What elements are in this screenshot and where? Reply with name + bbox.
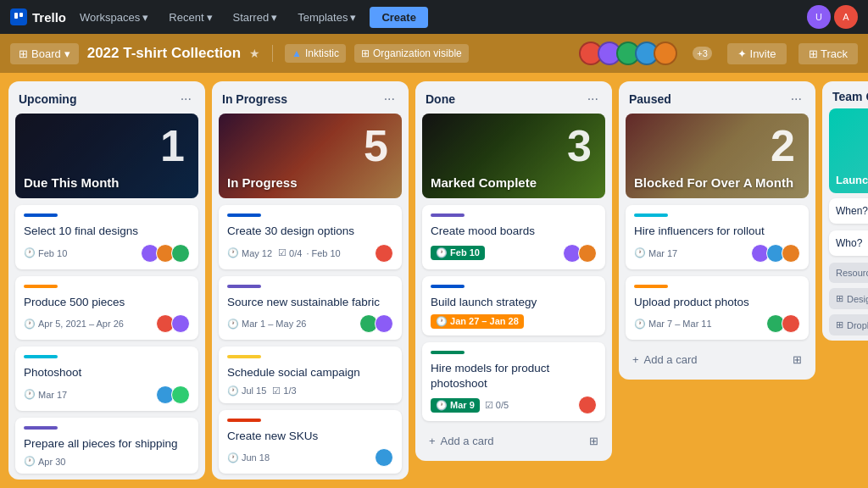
task-title: Source new sustainable fabric: [227, 295, 393, 310]
column-team-goal: Team Go... Launch When? J... Who? Resour…: [822, 81, 868, 341]
workspaces-button[interactable]: Workspaces ▾: [73, 8, 155, 27]
member-avatars: [584, 42, 677, 65]
task-avatars: [156, 385, 190, 404]
banner-card-upcoming[interactable]: 1 Due This Month: [15, 114, 198, 198]
task-date: 🕐 Mar 7 – Mar 11: [634, 319, 712, 330]
task-meta: 🕐 May 12 ☑ 0/4 · Feb 10: [227, 244, 393, 263]
column-paused: Paused ··· 2 Blocked For Over A Month Hi…: [619, 81, 815, 380]
task-meta: 🕐 Apr 5, 2021 – Apr 26: [24, 314, 190, 333]
card-template-icon[interactable]: ⊞: [589, 435, 598, 447]
task-avatars: [141, 244, 190, 263]
create-button[interactable]: Create: [370, 7, 427, 28]
task-avatars: [578, 396, 597, 414]
column-done: Done ··· 3 Marked Complete Create mood b…: [415, 81, 612, 461]
recent-button[interactable]: Recent ▾: [162, 8, 219, 27]
star-icon[interactable]: ★: [249, 47, 260, 60]
more-members-badge[interactable]: +3: [693, 47, 712, 60]
trello-logo[interactable]: Trello: [10, 8, 66, 25]
banner-card-inprogress[interactable]: 5 In Progress: [219, 114, 402, 198]
task-title: Photoshoot: [24, 365, 190, 380]
task-card[interactable]: Create mood boards 🕐 Feb 10: [422, 205, 605, 269]
date-badge: 🕐 Jan 27 – Jan 28: [431, 314, 524, 329]
clock-icon: 🕐: [24, 456, 36, 467]
task-card[interactable]: Source new sustainable fabric 🕐 Mar 1 – …: [219, 276, 402, 341]
avatar: U: [807, 5, 831, 29]
task-card[interactable]: When? J...: [829, 198, 868, 224]
dropbox-icon: ⊞: [836, 293, 843, 304]
task-date: 🕐 Feb 10: [24, 247, 67, 258]
plus-icon: +: [632, 353, 639, 366]
task-card[interactable]: Create new SKUs 🕐 Jun 18: [219, 410, 402, 474]
color-bar: [24, 426, 58, 430]
card-template-icon[interactable]: ⊞: [793, 353, 802, 366]
templates-button[interactable]: Templates ▾: [291, 8, 363, 27]
top-navigation: Trello Workspaces ▾ Recent ▾ Starred ▾ T…: [0, 0, 868, 34]
task-card[interactable]: Photoshoot 🕐 Mar 17: [15, 347, 198, 411]
color-bar: [431, 214, 465, 217]
task-title: Create 30 design options: [227, 224, 393, 239]
task-title: Select 10 final designs: [24, 224, 190, 239]
task-card[interactable]: Hire models for product photoshoot 🕐 Mar…: [422, 342, 605, 421]
starred-button[interactable]: Starred ▾: [226, 8, 285, 27]
integration-badge-2[interactable]: ⊞ Organization visible: [354, 44, 469, 63]
column-title: Paused: [629, 92, 671, 106]
task-card[interactable]: Select 10 final designs 🕐 Feb 10 ✎: [15, 205, 198, 269]
banner-label: Marked Complete: [431, 175, 537, 190]
task-avatar: [375, 314, 393, 333]
board-view-button[interactable]: ⊞ Board ▾: [10, 43, 79, 64]
task-avatar: [578, 244, 597, 263]
column-title: In Progress: [222, 92, 287, 106]
integration-badge-1[interactable]: ▲ Inktistic: [285, 44, 346, 63]
clock-icon: 🕐: [227, 319, 239, 330]
clock-icon: 🕐: [24, 319, 36, 330]
inktistic-icon: ▲: [292, 47, 302, 59]
add-card-button[interactable]: +Add a card ⊞: [419, 428, 609, 454]
checklist-count: ☑ 0/5: [485, 400, 509, 411]
dropbox-link[interactable]: ⊞ Dropbo...: [829, 314, 868, 336]
member-avatar[interactable]: [654, 42, 677, 65]
task-title: Schedule social campaign: [227, 365, 393, 380]
banner-card-paused[interactable]: 2 Blocked For Over A Month: [626, 114, 809, 198]
checklist-icon: ☑: [272, 385, 281, 396]
color-bar: [24, 285, 58, 288]
column-menu-button[interactable]: ···: [381, 90, 398, 108]
task-date: 🕐 Jun 18: [227, 452, 270, 463]
task-avatar: [171, 314, 190, 333]
task-date: 🕐 Mar 17: [634, 247, 677, 258]
color-bar: [24, 355, 58, 358]
task-card[interactable]: Produce 500 pieces 🕐 Apr 5, 2021 – Apr 2…: [15, 276, 198, 341]
task-card[interactable]: Who?: [829, 230, 868, 256]
task-avatar: [375, 244, 393, 263]
svg-rect-0: [14, 13, 18, 19]
track-button[interactable]: ⊞ Track: [798, 43, 858, 64]
checklist-icon: ☑: [278, 247, 287, 258]
color-bar: [634, 285, 668, 288]
invite-button[interactable]: ✦ Invite: [727, 43, 787, 64]
column-menu-button[interactable]: ···: [177, 90, 195, 108]
column-header: Done ···: [415, 81, 612, 114]
task-card[interactable]: Hire influencers for rollout 🕐 Mar 17: [626, 205, 809, 269]
board-icon: ⊞: [19, 47, 28, 60]
banner-card-done[interactable]: 3 Marked Complete: [422, 114, 605, 198]
task-avatars: [375, 244, 393, 263]
task-title: Who?: [836, 237, 868, 249]
color-bar: [227, 285, 261, 288]
add-card-button[interactable]: +Add a card ⊞: [622, 347, 812, 373]
resource-item: Resource...: [829, 263, 868, 283]
task-card[interactable]: Upload product photos 🕐 Mar 7 – Mar 11: [626, 276, 809, 341]
task-avatars: [375, 448, 393, 467]
task-card[interactable]: Prepare all pieces for shipping 🕐 Apr 30: [15, 418, 198, 474]
design-link[interactable]: ⊞ Desig...: [829, 288, 868, 309]
task-card[interactable]: Build launch strategy 🕐 Jan 27 – Jan 28: [422, 276, 605, 336]
task-avatars: [766, 314, 800, 333]
task-card[interactable]: Schedule social campaign 🕐 Jul 15 ☑ 1/3: [219, 347, 402, 403]
task-card[interactable]: Create 30 design options 🕐 May 12 ☑ 0/4 …: [219, 205, 402, 269]
trello-icon: [10, 8, 27, 25]
column-menu-button[interactable]: ···: [787, 90, 805, 108]
task-meta: 🕐 Mar 17: [634, 244, 800, 263]
column-header: Upcoming ···: [8, 81, 205, 114]
task-date: 🕐 Mar 1 – May 26: [227, 319, 306, 330]
date-badge: 🕐 Feb 10: [431, 246, 485, 260]
banner-label: In Progress: [227, 175, 298, 190]
column-menu-button[interactable]: ···: [584, 90, 602, 108]
